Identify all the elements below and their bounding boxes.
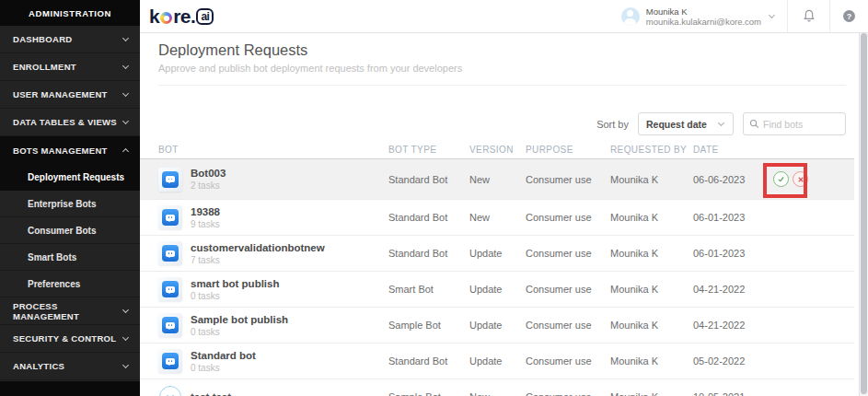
bot-cell: 19388 9 tasks: [158, 205, 388, 230]
sidebar-item-process-management[interactable]: PROCESS MANAGEMENT: [0, 297, 140, 325]
version-cell: Update: [469, 355, 526, 367]
version-cell: Update: [469, 320, 526, 331]
topbar-right: Mounika K mounika.kulakarni@kore.com ?: [610, 0, 868, 32]
version-cell: Update: [469, 284, 526, 295]
sidebar-item-label: ENROLLMENT: [13, 62, 76, 72]
purpose-cell: Consumer use: [526, 284, 610, 295]
column-header-bot-type: BOT TYPE: [388, 145, 469, 155]
sidebar-item-enrollment[interactable]: ENROLLMENT: [0, 53, 140, 81]
bot-tasks: 7 tasks: [191, 254, 325, 266]
table-row[interactable]: 19388 9 tasks Standard Bot New Consumer …: [140, 200, 854, 236]
purpose-cell: Consumer use: [526, 212, 610, 223]
sidebar-item-data-tables-views[interactable]: DATA TABLES & VIEWS: [0, 109, 140, 136]
date-cell: 06-01-2023: [693, 248, 771, 259]
row-actions: [771, 171, 854, 187]
user-menu[interactable]: Mounika K mounika.kulakarni@kore.com: [610, 0, 787, 32]
bot-type-cell: Smart Bot: [388, 284, 469, 295]
reject-icon[interactable]: [793, 171, 808, 187]
sort-dropdown-value: Request date: [646, 119, 707, 130]
table-row[interactable]: Sample bot publish 0 tasks Sample Bot Up…: [140, 308, 854, 344]
purpose-cell: Consumer use: [526, 320, 610, 331]
table-row[interactable]: customervalidationbotnew 7 tasks Standar…: [140, 236, 854, 272]
help-icon: ?: [843, 10, 855, 22]
sidebar-item-label: PROCESS MANAGEMENT: [13, 301, 123, 321]
table-row[interactable]: Bot003 2 tasks Standard Bot New Consumer…: [140, 159, 854, 200]
sidebar-header: ADMINISTRATION: [0, 0, 140, 26]
sidebar-item-analytics[interactable]: ANALYTICS: [0, 353, 140, 380]
bot-type-cell: Standard Bot: [388, 248, 469, 259]
requested-by-cell: Mounika K: [610, 174, 693, 185]
bot-name: smart bot publish: [191, 277, 279, 290]
bot-avatar-icon: [158, 349, 182, 373]
sidebar-item-label: DASHBOARD: [13, 34, 72, 44]
version-cell: Update: [469, 248, 526, 259]
sidebar: ADMINISTRATION DASHBOARD ENROLLMENT USER…: [0, 0, 140, 396]
chevron-down-icon: [122, 362, 129, 368]
requested-by-cell: Mounika K: [610, 212, 693, 223]
user-email: mounika.kulakarni@kore.com: [646, 17, 761, 27]
date-cell: 06-06-2023: [693, 174, 771, 185]
sidebar-subitem-label: Smart Bots: [28, 252, 76, 262]
chevron-down-icon: [122, 35, 129, 41]
bot-name: 19388: [191, 205, 220, 218]
kore-ai-logo: k re . ai: [149, 6, 214, 28]
find-bots-input[interactable]: [763, 119, 837, 130]
bot-tasks: 0 tasks: [191, 290, 279, 302]
bot-name: Standard bot: [191, 349, 256, 362]
bot-avatar-icon: [158, 241, 182, 265]
sidebar-item-dashboard[interactable]: DASHBOARD: [0, 26, 140, 53]
chevron-down-icon: [122, 334, 129, 341]
table-row[interactable]: Standard bot 0 tasks Standard Bot Update…: [140, 344, 854, 379]
sidebar-item-user-management[interactable]: USER MANAGEMENT: [0, 81, 140, 109]
bot-type-cell: Standard Bot: [388, 174, 469, 185]
table-row[interactable]: test test Sample Bot New Consumer use Mo…: [140, 379, 854, 396]
table-header: BOT BOT TYPE VERSION PURPOSE REQUESTED B…: [140, 141, 854, 159]
bot-tasks: 0 tasks: [191, 362, 256, 374]
approve-icon[interactable]: [773, 171, 789, 187]
sidebar-item-label: ANALYTICS: [13, 361, 64, 371]
user-name: Mounika K: [646, 6, 761, 17]
column-header-date: DATE: [693, 145, 771, 155]
help-button[interactable]: ?: [829, 0, 868, 32]
sidebar-subitem-smart-bots[interactable]: Smart Bots: [0, 244, 140, 271]
bot-tasks: 2 tasks: [191, 180, 226, 192]
search-icon: [749, 119, 759, 129]
logo-dot: .: [191, 6, 195, 28]
sidebar-subitem-deployment-requests[interactable]: Deployment Requests: [0, 164, 140, 191]
column-header-purpose: PURPOSE: [526, 145, 610, 155]
sidebar-item-label: DATA TABLES & VIEWS: [13, 117, 117, 127]
sidebar-item-security-control[interactable]: SECURITY & CONTROL: [0, 325, 140, 353]
sidebar-subitem-preferences[interactable]: Preferences: [0, 271, 140, 297]
purpose-cell: Consumer use: [526, 355, 610, 367]
bot-name: Sample bot publish: [191, 313, 288, 326]
bot-name: customervalidationbotnew: [191, 241, 325, 254]
sort-dropdown[interactable]: Request date: [638, 112, 734, 135]
topbar: k re . ai Mounika K mounika.kulakarni@ko…: [140, 0, 868, 33]
sidebar-subitem-enterprise-bots[interactable]: Enterprise Bots: [0, 191, 140, 217]
table-row[interactable]: smart bot publish 0 tasks Smart Bot Upda…: [140, 272, 854, 308]
sidebar-subitem-consumer-bots[interactable]: Consumer Bots: [0, 217, 140, 244]
sidebar-subitem-label: Deployment Requests: [28, 172, 124, 182]
purpose-cell: Consumer use: [526, 391, 610, 396]
bot-outline-avatar-icon: [159, 386, 181, 396]
logo-text: k: [149, 6, 159, 28]
bot-type-cell: Sample Bot: [388, 320, 469, 331]
bot-avatar-icon: [158, 277, 182, 301]
sidebar-item-bots-management[interactable]: BOTS MANAGEMENT: [0, 136, 140, 164]
bot-type-cell: Standard Bot: [388, 212, 469, 223]
date-cell: 06-01-2023: [693, 212, 771, 223]
sidebar-subitem-label: Consumer Bots: [28, 226, 96, 236]
chevron-down-icon: [122, 90, 129, 97]
chevron-up-icon: [122, 148, 129, 155]
divider: [158, 85, 846, 86]
sidebar-footer: [0, 381, 140, 396]
notifications-button[interactable]: [787, 0, 829, 32]
sidebar-item-label: BOTS MANAGEMENT: [13, 146, 108, 156]
page-subtitle: Approve and publish bot deployment reque…: [158, 63, 462, 74]
user-avatar: [621, 7, 640, 26]
scrollbar-thumb[interactable]: [861, 33, 867, 394]
vertical-scrollbar[interactable]: [859, 33, 868, 396]
date-cell: 04-21-2022: [693, 320, 771, 331]
bot-avatar-icon: [158, 205, 182, 229]
admin-console: ADMINISTRATION DASHBOARD ENROLLMENT USER…: [0, 0, 868, 396]
